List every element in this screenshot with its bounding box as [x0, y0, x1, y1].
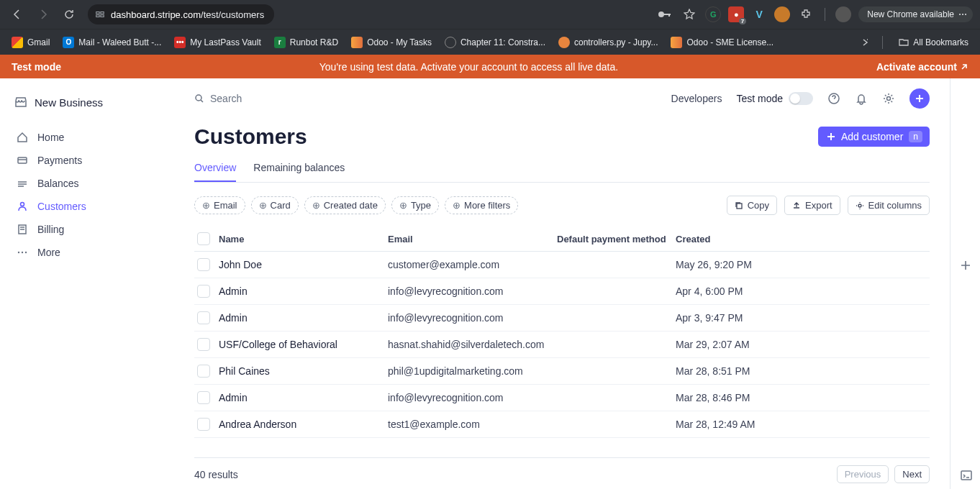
svg-rect-1 [101, 12, 104, 14]
row-checkbox[interactable] [197, 391, 210, 404]
back-button[interactable] [7, 4, 27, 24]
cell-created: Apr 3, 9:47 PM [676, 312, 927, 324]
cell-email: phil@1updigitalmarketing.com [388, 365, 557, 377]
lastpass-icon: ••• [174, 37, 186, 48]
bookmark-item[interactable]: controllers.py - Jupy... [554, 34, 662, 51]
all-bookmarks[interactable]: All Bookmarks [894, 35, 973, 50]
edit-columns-button[interactable]: Edit columns [848, 196, 930, 215]
filter-created-date[interactable]: ⊕Created date [304, 196, 386, 214]
extension-grammarly-icon[interactable]: G [705, 6, 721, 22]
svg-rect-0 [96, 12, 99, 14]
home-icon [16, 132, 29, 143]
globe-icon [445, 37, 456, 48]
help-icon[interactable] [827, 92, 840, 105]
svg-point-18 [887, 97, 891, 101]
reload-button[interactable] [59, 4, 79, 24]
row-checkbox[interactable] [197, 365, 210, 378]
table-row[interactable]: Phil Caines phil@1updigitalmarketing.com… [194, 358, 930, 385]
bookmark-item[interactable]: Odoo - SME License... [666, 34, 778, 51]
table-row[interactable]: Admin info@levyrecognition.com Mar 28, 8… [194, 385, 930, 411]
add-customer-button[interactable]: Add customer n [818, 127, 930, 147]
bookmark-item[interactable]: Chapter 11: Constra... [440, 34, 550, 51]
business-selector[interactable]: New Business [12, 91, 168, 113]
cell-created: May 26, 9:20 PM [676, 259, 927, 270]
balances-icon [16, 178, 29, 189]
row-checkbox[interactable] [197, 338, 210, 351]
site-settings-icon[interactable] [95, 9, 105, 19]
forward-button[interactable] [33, 4, 53, 24]
sidebar-item-more[interactable]: More [12, 241, 168, 264]
extension-red-icon[interactable]: ●7 [728, 6, 744, 22]
select-all-checkbox[interactable] [197, 232, 210, 245]
bookmark-item[interactable]: OMail - Waleed Butt -... [58, 34, 165, 51]
new-chrome-pill[interactable]: New Chrome available [858, 6, 973, 22]
sidebar-item-home[interactable]: Home [12, 126, 168, 149]
export-button[interactable]: Export [784, 196, 840, 215]
bookmark-item[interactable]: Odoo - My Tasks [347, 34, 436, 51]
svg-rect-3 [101, 15, 104, 17]
column-name[interactable]: Name [219, 234, 388, 244]
column-payment[interactable]: Default payment method [557, 234, 676, 244]
sidebar-item-payments[interactable]: Payments [12, 149, 168, 172]
cell-created: Apr 4, 6:00 PM [676, 285, 927, 297]
previous-button[interactable]: Previous [837, 465, 889, 483]
table-row[interactable]: Admin info@levyrecognition.com Apr 4, 6:… [194, 278, 930, 305]
bookmark-item[interactable]: •••My LastPass Vault [170, 34, 265, 51]
extension-v-icon[interactable]: V [751, 6, 767, 22]
activate-account-link[interactable]: Activate account [876, 61, 968, 73]
password-icon[interactable] [656, 6, 673, 23]
filter-more[interactable]: ⊕More filters [445, 196, 518, 214]
filter-type[interactable]: ⊕Type [391, 196, 439, 214]
table-row[interactable]: USF/College of Behavioral hasnat.shahid@… [194, 332, 930, 358]
row-checkbox[interactable] [197, 418, 210, 431]
outlook-icon: O [63, 37, 74, 48]
extension-orange-icon[interactable] [774, 6, 790, 22]
svg-rect-2 [96, 15, 99, 17]
table-row[interactable]: Admin info@levyrecognition.com Apr 3, 9:… [194, 305, 930, 332]
row-checkbox[interactable] [197, 285, 210, 298]
svg-rect-19 [737, 204, 742, 209]
profile-avatar[interactable] [835, 6, 851, 22]
sidebar-item-balances[interactable]: Balances [12, 172, 168, 195]
cell-email: info@levyrecognition.com [388, 285, 557, 297]
svg-point-14 [22, 252, 23, 253]
filter-card[interactable]: ⊕Card [251, 196, 299, 214]
bookmarks-overflow-icon[interactable] [861, 37, 871, 47]
dev-console-icon[interactable] [960, 469, 973, 482]
more-icon [16, 247, 29, 258]
cell-name: Admin [219, 312, 388, 324]
column-created[interactable]: Created [676, 234, 927, 244]
table-row[interactable]: John Doe customer@example.com May 26, 9:… [194, 252, 930, 278]
tab-overview[interactable]: Overview [194, 156, 236, 182]
settings-icon[interactable] [882, 92, 895, 105]
row-checkbox[interactable] [197, 258, 210, 271]
test-mode-toggle[interactable]: Test mode [736, 92, 813, 105]
search-input[interactable]: Search [194, 93, 658, 104]
sidebar-item-billing[interactable]: Billing [12, 218, 168, 241]
next-button[interactable]: Next [894, 465, 930, 483]
keyboard-shortcut: n [909, 131, 922, 142]
tab-remaining-balances[interactable]: Remaining balances [253, 156, 345, 182]
extensions-icon[interactable] [797, 6, 815, 23]
notifications-icon[interactable] [855, 92, 868, 105]
toggle-switch[interactable] [789, 92, 813, 105]
developers-link[interactable]: Developers [671, 93, 722, 104]
cell-email: info@levyrecognition.com [388, 392, 557, 403]
cell-created: Mar 28, 12:49 AM [676, 419, 927, 430]
create-button[interactable] [909, 88, 930, 109]
sidebar-item-customers[interactable]: Customers [12, 195, 168, 218]
filter-email[interactable]: ⊕Email [194, 196, 245, 214]
copy-button[interactable]: Copy [727, 196, 777, 215]
browser-toolbar: dashboard.stripe.com/test/customers G ●7… [0, 0, 980, 29]
bookmark-star-icon[interactable] [681, 6, 698, 23]
bookmark-item[interactable]: Gmail [7, 34, 54, 51]
bookmark-item[interactable]: rRunbot R&D [270, 34, 342, 51]
address-bar[interactable]: dashboard.stripe.com/test/customers [88, 4, 274, 24]
table-row[interactable]: Andrea Anderson test1@example.com Mar 28… [194, 411, 930, 438]
rail-plus-icon[interactable] [958, 258, 973, 273]
column-email[interactable]: Email [388, 234, 557, 244]
test-mode-label: Test mode [12, 61, 61, 73]
svg-point-13 [18, 252, 19, 253]
cell-created: Mar 28, 8:51 PM [676, 365, 927, 377]
row-checkbox[interactable] [197, 311, 210, 324]
